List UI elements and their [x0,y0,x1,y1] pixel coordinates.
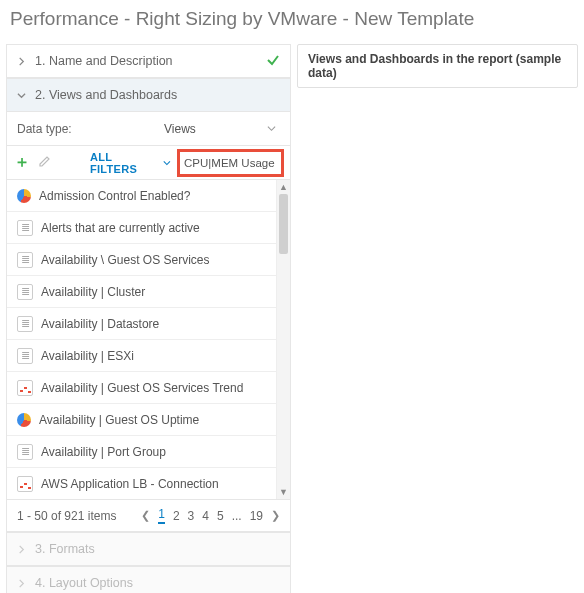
scroll-up-icon[interactable]: ▲ [277,180,290,194]
list-item[interactable]: Availability | Datastore [7,308,276,340]
edit-icon[interactable] [36,154,53,171]
page-number[interactable]: 4 [202,509,209,523]
list-item-label: Availability \ Guest OS Services [41,253,210,267]
chevron-down-icon [163,159,171,167]
step-3-label: 3. Formats [35,542,280,556]
all-filters-label: ALL FILTERS [90,151,160,175]
document-icon [17,284,33,300]
pagination-row: 1 - 50 of 921 items ❮ 12345...19❯ [6,500,291,532]
views-list: Admission Control Enabled?Alerts that ar… [7,180,276,499]
list-item-label: Alerts that are currently active [41,221,200,235]
page-prev-button[interactable]: ❮ [141,509,150,522]
pie-chart-icon [17,189,31,203]
step-1-label: 1. Name and Description [35,54,266,68]
document-icon [17,220,33,236]
list-item[interactable]: Availability | Guest OS Services Trend [7,372,276,404]
document-icon [17,316,33,332]
page-number[interactable]: 19 [250,509,263,523]
page-number[interactable]: 5 [217,509,224,523]
list-item[interactable]: Availability \ Guest OS Services [7,244,276,276]
list-item-label: Availability | Guest OS Services Trend [41,381,243,395]
list-item-label: Availability | Guest OS Uptime [39,413,199,427]
pagination-nav: ❮ 12345...19❯ [141,507,280,524]
data-type-label: Data type: [17,122,160,136]
page-ellipsis: ... [232,509,242,523]
trend-chart-icon [17,476,33,492]
document-icon [17,252,33,268]
list-item[interactable]: AWS Application LB - Connection [7,468,276,499]
list-item-label: Availability | Port Group [41,445,166,459]
add-icon[interactable]: ＋ [13,152,30,173]
list-item-label: AWS Application LB - Connection [41,477,219,491]
views-list-container: Admission Control Enabled?Alerts that ar… [6,180,291,500]
chevron-down-icon [267,122,276,136]
step-2-views-dashboards[interactable]: 2. Views and Dashboards [6,78,291,112]
chevron-down-icon [17,91,27,100]
data-type-row: Data type: Views [6,112,291,146]
data-type-select[interactable]: Views [160,122,280,136]
right-panel-header: Views and Dashboards in the report (samp… [298,45,577,87]
page-next-button[interactable]: ❯ [271,509,280,522]
list-item-label: Availability | ESXi [41,349,134,363]
list-item[interactable]: Availability | Guest OS Uptime [7,404,276,436]
list-item[interactable]: Availability | ESXi [7,340,276,372]
list-item-label: Admission Control Enabled? [39,189,190,203]
filter-toolbar: ＋ ALL FILTERS [6,146,291,180]
step-4-label: 4. Layout Options [35,576,280,590]
document-icon [17,348,33,364]
chevron-right-icon [17,57,27,66]
list-item[interactable]: Alerts that are currently active [7,212,276,244]
all-filters-button[interactable]: ALL FILTERS [90,151,171,175]
step-3-formats[interactable]: 3. Formats [6,532,291,566]
page-number[interactable]: 3 [188,509,195,523]
step-4-layout-options[interactable]: 4. Layout Options [6,566,291,593]
pagination-status: 1 - 50 of 921 items [17,509,116,523]
list-item[interactable]: Availability | Port Group [7,436,276,468]
wizard-left-panel: 1. Name and Description 2. Views and Das… [6,44,291,593]
scrollbar[interactable]: ▲ ▼ [276,180,290,499]
page-number[interactable]: 1 [158,507,165,524]
pie-chart-icon [17,413,31,427]
page-title: Performance - Right Sizing by VMware - N… [0,0,584,44]
scroll-down-icon[interactable]: ▼ [277,485,290,499]
step-2-label: 2. Views and Dashboards [35,88,280,102]
page-number[interactable]: 2 [173,509,180,523]
document-icon [17,444,33,460]
list-item[interactable]: Availability | Cluster [7,276,276,308]
list-item-label: Availability | Cluster [41,285,145,299]
trend-chart-icon [17,380,33,396]
list-item-label: Availability | Datastore [41,317,159,331]
chevron-right-icon [17,545,27,554]
scroll-thumb[interactable] [279,194,288,254]
check-icon [266,53,280,70]
search-box-highlight [177,149,284,177]
data-type-value: Views [164,122,196,136]
search-input[interactable] [180,152,281,174]
chevron-right-icon [17,579,27,588]
list-item[interactable]: Admission Control Enabled? [7,180,276,212]
step-1-name-description[interactable]: 1. Name and Description [6,44,291,78]
right-preview-panel: Views and Dashboards in the report (samp… [297,44,578,88]
